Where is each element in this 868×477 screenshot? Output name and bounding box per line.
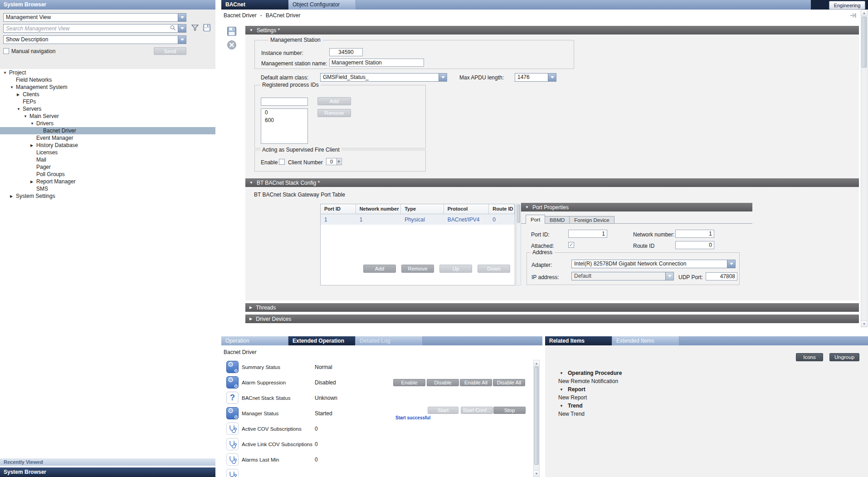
scroll-up-icon[interactable]: ▲ xyxy=(861,10,867,16)
discard-icon[interactable] xyxy=(227,40,237,51)
enable-checkbox[interactable] xyxy=(279,159,285,165)
save-icon[interactable] xyxy=(227,26,237,38)
expanded-arrow-icon[interactable]: ▼ xyxy=(560,388,568,392)
breadcrumb-item[interactable]: Bacnet Driver xyxy=(224,12,257,19)
scroll-up-icon[interactable]: ▲ xyxy=(534,360,539,367)
tree-item-pager[interactable]: Pager xyxy=(0,163,215,171)
tree-item-project[interactable]: ▼Project xyxy=(0,69,215,76)
tab-extended-operation[interactable]: Extended Operation xyxy=(288,336,356,345)
system-browser-footer-bar[interactable]: System Browser xyxy=(0,467,215,477)
settings-section-header[interactable]: ▼ Settings * xyxy=(245,26,859,34)
scrollbar-thumb[interactable] xyxy=(862,17,867,68)
jump-to-icon[interactable] xyxy=(850,13,856,20)
driver-devices-section-header[interactable]: ▶ Driver Devices xyxy=(245,315,859,323)
chevron-down-icon[interactable] xyxy=(548,74,556,81)
icons-view-button[interactable]: Icons xyxy=(796,353,823,361)
tree-item-field-networks[interactable]: Field Networks xyxy=(0,76,215,84)
breadcrumb-item[interactable]: BACnet Driver xyxy=(266,12,301,19)
enable-all-button[interactable]: Enable All xyxy=(460,379,492,386)
ip-address-select[interactable]: Default xyxy=(571,272,674,280)
process-id-item[interactable]: 600 xyxy=(261,117,307,124)
chevron-down-icon[interactable] xyxy=(665,272,673,280)
collapsed-arrow-icon[interactable]: ▶ xyxy=(10,194,16,198)
table-scrollbar[interactable] xyxy=(516,204,521,285)
disable-button[interactable]: Disable xyxy=(427,379,459,386)
related-item-new-report[interactable]: New Report xyxy=(545,393,868,402)
threads-section-header[interactable]: ▶ Threads xyxy=(245,303,859,312)
process-id-input[interactable] xyxy=(261,98,308,106)
tree-item-sms[interactable]: SMS xyxy=(0,185,215,192)
save-search-icon[interactable] xyxy=(203,24,211,33)
related-group-trend[interactable]: ▼Trend xyxy=(545,402,868,410)
expanded-arrow-icon[interactable]: ▼ xyxy=(17,107,23,111)
engineering-mode-button[interactable]: Engineering xyxy=(829,1,865,10)
down-button[interactable]: Down xyxy=(478,265,510,273)
network-number-input[interactable] xyxy=(675,230,714,238)
process-id-item[interactable]: 0 xyxy=(261,109,307,117)
tree-item-bacnet-driver[interactable]: Bacnet Driver xyxy=(0,127,215,134)
tree-item-clients[interactable]: ▶Clients xyxy=(0,91,215,98)
client-number-spinner[interactable]: 0 xyxy=(326,158,342,165)
tree-item-report-manager[interactable]: ▶Report Manager xyxy=(0,178,215,185)
tab-bacnet[interactable]: BACnet xyxy=(221,0,288,10)
scrollbar-thumb[interactable] xyxy=(534,367,539,465)
operation-scrollbar[interactable]: ▲ ▼ xyxy=(533,360,540,477)
expanded-arrow-icon[interactable]: ▼ xyxy=(10,85,16,89)
port-id-input[interactable] xyxy=(568,230,607,238)
stop-button[interactable]: Stop xyxy=(493,407,526,414)
stack-config-section-header[interactable]: ▼ BT BACnet Stack Config * xyxy=(245,178,859,187)
port-properties-header[interactable]: ▼ Port Properties xyxy=(521,203,752,211)
add-process-id-button[interactable]: Add xyxy=(317,97,351,105)
manual-navigation-checkbox[interactable] xyxy=(3,48,9,54)
scroll-down-icon[interactable]: ▼ xyxy=(534,470,539,477)
expanded-arrow-icon[interactable]: ▼ xyxy=(30,122,36,126)
tab-port[interactable]: Port xyxy=(526,215,545,224)
start-conf-button[interactable]: Start Conf... xyxy=(461,407,493,414)
tree-item-management-system[interactable]: ▼Management System xyxy=(0,84,215,91)
tree-item-licenses[interactable]: Licenses xyxy=(0,149,215,156)
tab-detailed-log[interactable]: Detailed Log xyxy=(356,336,423,345)
related-item-new-remote-notification[interactable]: New Remote Notification xyxy=(545,377,868,385)
collapsed-arrow-icon[interactable]: ▶ xyxy=(30,143,36,148)
expanded-arrow-icon[interactable]: ▼ xyxy=(560,404,568,408)
process-id-list[interactable]: 0600 xyxy=(261,108,308,144)
tab-operation[interactable]: Operation xyxy=(221,336,288,345)
filter-icon[interactable] xyxy=(191,24,199,33)
remove-button[interactable]: Remove xyxy=(401,265,434,273)
expanded-arrow-icon[interactable]: ▼ xyxy=(560,371,568,375)
related-group-operating-procedure[interactable]: ▼Operating Procedure xyxy=(545,369,868,377)
tree-item-main-server[interactable]: ▼Main Server xyxy=(0,113,215,120)
related-item-new-trend[interactable]: New Trend xyxy=(545,410,868,418)
default-alarm-class-select[interactable]: GMSField_Status_ xyxy=(320,73,447,82)
start-button[interactable]: Start xyxy=(428,407,458,414)
adapter-select[interactable]: Intel(R) 82578DM Gigabit Network Connect… xyxy=(571,260,736,268)
spinner-arrows-icon[interactable] xyxy=(337,158,342,165)
tab-extended-items[interactable]: Extended Items xyxy=(612,336,679,345)
max-apdu-select[interactable]: 1476 xyxy=(515,73,556,82)
tree-item-feps[interactable]: FEPs xyxy=(0,98,215,105)
chevron-down-icon[interactable] xyxy=(178,25,186,32)
tree-item-event-manager[interactable]: Event Manager xyxy=(0,134,215,142)
send-button[interactable]: Send xyxy=(154,47,186,55)
view-selector[interactable]: Management View xyxy=(3,13,186,22)
station-name-input[interactable] xyxy=(329,59,424,67)
tree-item-drivers[interactable]: ▼Drivers xyxy=(0,120,215,127)
tree-item-poll-groups[interactable]: Poll Groups xyxy=(0,171,215,178)
tree-item-servers[interactable]: ▼Servers xyxy=(0,105,215,113)
tab-object-configurator[interactable]: Object Configurator xyxy=(288,0,356,10)
disable-all-button[interactable]: Disable All xyxy=(493,379,525,386)
tree-item-mail[interactable]: Mail xyxy=(0,156,215,163)
route-id-input[interactable] xyxy=(675,241,714,249)
tab-bbmd[interactable]: BBMD xyxy=(545,216,570,224)
attached-checkbox[interactable]: ✓ xyxy=(568,242,574,248)
table-row[interactable]: 11PhysicalBACnet/IPV40 xyxy=(321,214,515,225)
expanded-arrow-icon[interactable]: ▼ xyxy=(24,114,29,118)
chevron-down-icon[interactable] xyxy=(178,36,186,44)
tree-item-history-database[interactable]: ▶History Database xyxy=(0,142,215,149)
expanded-arrow-icon[interactable]: ▼ xyxy=(3,71,9,75)
collapsed-arrow-icon[interactable]: ▶ xyxy=(17,93,23,97)
enable-button[interactable]: Enable xyxy=(393,379,425,386)
instance-number-input[interactable] xyxy=(329,48,363,56)
collapsed-arrow-icon[interactable]: ▶ xyxy=(30,180,36,184)
description-selector[interactable]: Show Description xyxy=(3,35,186,44)
